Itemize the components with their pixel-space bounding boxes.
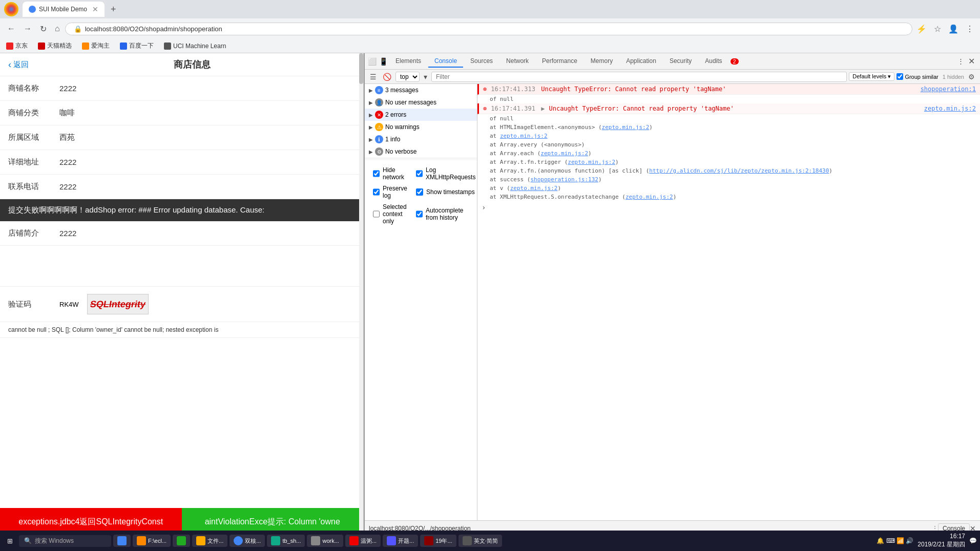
tab-network[interactable]: Network xyxy=(500,55,535,68)
intro-textarea-space xyxy=(0,246,363,287)
group-similar-checkbox[interactable]: Group similar xyxy=(896,73,938,80)
preserve-log-checkbox[interactable] xyxy=(373,188,380,196)
error-detail-text: cannot be null ; SQL []; Column 'owner_i… xyxy=(0,322,363,338)
devtools-device-icon[interactable]: 📱 xyxy=(378,56,388,67)
sidebar-item-errors[interactable]: ▶ ✕ 2 errors xyxy=(365,109,477,121)
taskbar-tb[interactable]: tb_sh... xyxy=(267,535,305,547)
start-button[interactable]: ⊞ xyxy=(3,535,17,547)
devtools-more-button[interactable]: ⋮ xyxy=(957,57,964,65)
reload-button[interactable]: ↻ xyxy=(37,22,50,36)
captcha-image[interactable]: SQLIntegrity xyxy=(87,294,149,314)
error-2-stack-link-1[interactable]: zepto.min.js:2 xyxy=(602,124,650,131)
notification-icon[interactable]: 💬 xyxy=(969,537,977,544)
console-filter-input[interactable] xyxy=(431,72,847,82)
devtools-close-button[interactable]: ✕ xyxy=(965,56,978,66)
console-sidebar-toggle[interactable]: ☰ xyxy=(368,72,379,82)
ai-icon xyxy=(82,43,89,50)
selected-context-option[interactable]: Selected context only xyxy=(369,201,412,227)
taskbar-work[interactable]: work... xyxy=(307,535,343,547)
new-tab-button[interactable]: + xyxy=(107,4,120,15)
captcha-input-group: RK4W SQLIntegrity xyxy=(59,294,149,314)
tab-elements[interactable]: Elements xyxy=(389,55,427,68)
default-levels-button[interactable]: Default levels ▾ xyxy=(849,72,894,81)
error-2-stack-link-4[interactable]: zepto.min.js:2 xyxy=(540,150,588,157)
bookmark-jd[interactable]: 京东 xyxy=(4,40,30,51)
error-2-stack-1: at HTMLImageElement.<anonymous> (zepto.m… xyxy=(477,123,980,132)
browser-tab[interactable]: SUI Mobile Demo ✕ xyxy=(23,2,105,17)
settings-icon[interactable]: ⚙ xyxy=(966,72,977,82)
tab-application[interactable]: Application xyxy=(620,55,662,68)
show-timestamps-label: Show timestamps xyxy=(426,188,475,196)
messages-label: 3 messages xyxy=(385,87,473,94)
messages-arrow: ▶ xyxy=(369,88,373,93)
selected-context-checkbox[interactable] xyxy=(373,210,380,218)
tab-audits[interactable]: Audits xyxy=(699,55,728,68)
taskbar-kaiti[interactable]: 开题... xyxy=(383,535,418,547)
tab-console[interactable]: Console xyxy=(428,55,463,68)
error-1-link[interactable]: shopoperation:1 xyxy=(921,86,976,93)
bookmark-baidu[interactable]: 百度一下 xyxy=(118,40,156,51)
preserve-log-option[interactable]: Preserve log xyxy=(369,183,412,201)
error-2-stack-link-6[interactable]: http://g.alicdn.com/sj/lib/zepto/zepto.m… xyxy=(649,167,829,174)
taskbar-chrome[interactable]: 双核... xyxy=(230,535,265,547)
context-dropdown-icon[interactable]: ▾ xyxy=(422,72,429,82)
error-2-stack-link-7[interactable]: shopoperation.js:132 xyxy=(530,176,598,183)
tab-sources[interactable]: Sources xyxy=(464,55,499,68)
bookmark-tmall[interactable]: 天猫精选 xyxy=(36,40,74,51)
bookmark-ai[interactable]: 爱淘主 xyxy=(80,40,112,51)
taskbar-task-view[interactable] xyxy=(113,535,131,547)
bookmarks-bar: 京东 天猫精选 爱淘主 百度一下 UCI Machine Learn xyxy=(0,39,980,53)
mobile-page-panel: ‹ 返回 商店信息 商铺名称 2222 商铺分类 咖啡 所属区域 西苑 详细地址… xyxy=(0,53,364,536)
home-button[interactable]: ⌂ xyxy=(52,22,63,35)
taskbar-files[interactable]: 文件... xyxy=(192,535,227,547)
autocomplete-checkbox[interactable] xyxy=(416,210,423,218)
hide-network-option[interactable]: Hide network xyxy=(369,164,412,183)
back-button[interactable]: ← xyxy=(4,22,18,35)
console-expand-button[interactable]: › xyxy=(482,203,486,211)
show-timestamps-checkbox[interactable] xyxy=(416,188,423,196)
error-2-stack-link-8[interactable]: zepto.min.js:2 xyxy=(510,185,558,192)
taskbar-english[interactable]: 英文·简简 xyxy=(458,535,502,547)
group-similar-input[interactable] xyxy=(896,73,903,80)
error-2-stack-link-9[interactable]: zepto.min.js:2 xyxy=(625,194,673,200)
hide-network-checkbox[interactable] xyxy=(373,170,380,177)
error-2-expand[interactable]: ▶ xyxy=(541,105,545,112)
console-expand-row: › xyxy=(477,201,980,214)
taskbar-search[interactable]: 🔍 搜索 Windows xyxy=(19,535,111,547)
show-timestamps-option[interactable]: Show timestamps xyxy=(412,183,477,201)
tab-close-button[interactable]: ✕ xyxy=(92,5,98,13)
sidebar-item-verbose[interactable]: ▶ ⚙ No verbose xyxy=(365,145,477,158)
error-2-stack-link-5[interactable]: zepto.min.js:2 xyxy=(568,159,615,165)
tab-memory[interactable]: Memory xyxy=(585,55,619,68)
tab-performance[interactable]: Performance xyxy=(536,55,583,68)
log-xmlhttp-option[interactable]: Log XMLHttpRequests xyxy=(412,164,477,183)
taskbar-eclipse[interactable]: F:\ecl... xyxy=(133,535,171,547)
tab-security[interactable]: Security xyxy=(663,55,698,68)
menu-icon[interactable]: ⋮ xyxy=(964,22,976,36)
mobile-back-button[interactable]: ‹ 返回 xyxy=(8,59,29,70)
taskbar-19year[interactable]: 19年... xyxy=(420,535,456,547)
taskbar-item-2[interactable] xyxy=(173,535,190,547)
bookmark-icon[interactable]: ☆ xyxy=(932,22,943,36)
sidebar-item-user-messages[interactable]: ▶ 👤 No user messages xyxy=(365,96,477,109)
address-bar[interactable]: 🔒 localhost:8080/O2O/shopadmin/shopopera… xyxy=(65,23,912,35)
forward-button[interactable]: → xyxy=(20,22,35,35)
scroll-thumb[interactable] xyxy=(359,53,363,84)
bookmark-uci[interactable]: UCI Machine Learn xyxy=(162,41,228,51)
sidebar-item-messages[interactable]: ▶ ≡ 3 messages xyxy=(365,84,477,96)
error-2-stack-link-2[interactable]: zepto.min.js:2 xyxy=(500,133,548,139)
files-label: 文件... xyxy=(207,537,223,545)
captcha-value: RK4W xyxy=(59,301,79,308)
error-2-link[interactable]: zepto.min.js:2 xyxy=(924,105,976,112)
taskbar-wenzhou[interactable]: 温粥... xyxy=(345,535,381,547)
autocomplete-option[interactable]: Autocomplete from history xyxy=(412,201,477,227)
sidebar-item-info[interactable]: ▶ ℹ 1 info xyxy=(365,133,477,145)
log-xmlhttp-checkbox[interactable] xyxy=(416,170,423,177)
log-xmlhttp-label: Log XMLHttpRequests xyxy=(426,166,476,181)
year-label: 19年... xyxy=(435,537,452,545)
sidebar-item-warnings[interactable]: ▶ ⚠ No warnings xyxy=(365,121,477,133)
devtools-inspect-icon[interactable]: ⬜ xyxy=(367,56,377,67)
console-clear-icon[interactable]: 🚫 xyxy=(381,72,393,82)
user-icon[interactable]: 👤 xyxy=(946,22,961,36)
context-selector[interactable]: top xyxy=(395,72,420,82)
